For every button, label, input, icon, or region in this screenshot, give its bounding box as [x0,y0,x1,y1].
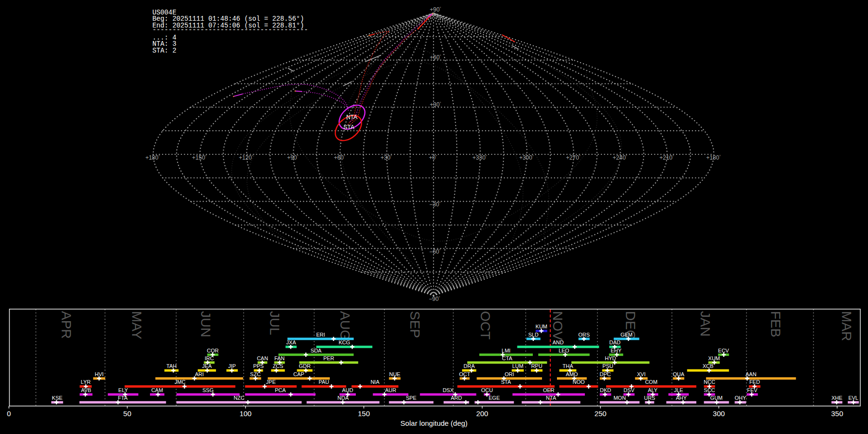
svg-text:STA: 2: STA: 2 [152,47,176,54]
svg-text:URS: URS [644,395,655,401]
svg-text:+210°: +210° [659,154,674,161]
svg-text:ELY: ELY [118,387,128,393]
svg-text:+240°: +240° [613,154,627,161]
svg-text:+330°: +330° [473,154,487,161]
svg-text:AUG: AUG [338,311,353,340]
svg-text:−90°: −90° [429,296,440,302]
svg-text:JIP: JIP [228,363,236,369]
svg-text:300: 300 [713,409,725,418]
svg-text:OHY: OHY [734,395,746,401]
svg-text:JAN: JAN [698,311,713,337]
svg-text:FAN: FAN [274,355,285,361]
svg-text:GUM: GUM [710,395,723,401]
svg-text:Solar longitude (deg): Solar longitude (deg) [400,419,467,427]
svg-text:0: 0 [7,409,11,418]
svg-text:JUN: JUN [198,311,213,337]
svg-text:THA: THA [563,363,574,369]
svg-text:DKD: DKD [600,387,611,393]
svg-text:CAP: CAP [293,371,304,377]
svg-text:GEM: GEM [621,332,633,338]
svg-text:100: 100 [240,409,252,418]
svg-text:AUD: AUD [342,387,353,393]
svg-text:50: 50 [123,409,132,418]
svg-text:+180°: +180° [706,154,720,161]
svg-text:STA: STA [343,124,354,131]
svg-text:OER: OER [543,387,555,393]
svg-text:OCT: OCT [478,311,493,339]
svg-text:APR: APR [59,311,74,339]
svg-text:AUR: AUR [385,387,396,393]
svg-text:HYD: HYD [605,355,616,361]
svg-text:COM: COM [645,379,658,385]
svg-text:CAM: CAM [151,387,163,393]
svg-text:FTA: FTA [118,395,128,401]
svg-text:KSE: KSE [52,395,63,401]
svg-text:NTA: NTA [546,395,556,401]
svg-text:HVI: HVI [95,371,104,377]
svg-text:AAN: AAN [746,371,757,377]
svg-text:200: 200 [476,409,488,418]
svg-text:SDA: SDA [311,348,322,353]
svg-text:MAR: MAR [839,311,854,341]
svg-text:GDR: GDR [299,363,311,369]
svg-text:ORS: ORS [578,332,590,338]
svg-text:EHY: EHY [610,348,622,353]
svg-text:XVI: XVI [637,371,646,377]
svg-text:+30°: +30° [380,154,392,161]
svg-text:XHE: XHE [831,395,842,401]
svg-text:PCA: PCA [275,387,286,393]
svg-text:+60°: +60° [430,54,441,61]
svg-text:ORI: ORI [505,371,515,377]
svg-text:+90°: +90° [287,154,298,161]
svg-text:QUA: QUA [673,371,685,377]
svg-text:ECV: ECV [718,348,729,353]
svg-text:ARI: ARI [195,371,203,377]
svg-text:ERI: ERI [316,332,325,338]
svg-text:AND: AND [553,339,564,345]
svg-text:SPE: SPE [406,395,417,401]
svg-text:NZC: NZC [233,395,244,401]
svg-text:COR: COR [207,348,219,353]
svg-text:ARD: ARD [451,395,462,401]
svg-text:------------------------------: --------------------------------------- [152,27,308,34]
svg-text:CTA: CTA [502,355,513,361]
svg-text:ALY: ALY [648,387,658,393]
svg-text:FEV: FEV [747,387,758,393]
svg-text:EGE: EGE [488,395,500,401]
svg-text:JXA: JXA [286,339,297,345]
svg-text:KCG: KCG [339,339,350,345]
svg-text:DSV: DSV [624,387,635,393]
svg-text:JEA: JEA [202,363,212,369]
svg-text:LUM: LUM [512,363,523,369]
svg-text:NUE: NUE [389,371,400,377]
svg-text:SEP: SEP [407,311,422,338]
svg-text:JMC: JMC [175,379,186,385]
svg-text:KUM: KUM [536,324,547,329]
svg-text:+150°: +150° [192,154,206,161]
svg-text:OCU: OCU [481,387,493,393]
svg-text:FED: FED [749,379,760,385]
svg-text:EVL: EVL [848,395,858,401]
svg-text:PER: PER [323,355,334,361]
svg-text:+30°: +30° [430,101,441,108]
svg-text:SSG: SSG [203,387,214,393]
svg-text:MON: MON [613,395,626,401]
svg-text:AHY: AHY [676,395,687,401]
svg-text:+180°: +180° [145,154,160,161]
svg-text:LEO: LEO [558,348,569,353]
svg-text:JLE: JLE [674,387,683,393]
svg-text:NTA: NTA [346,114,357,121]
svg-text:RPU: RPU [531,363,542,369]
svg-text:+270°: +270° [566,154,581,161]
svg-text:SLD: SLD [528,332,538,338]
svg-text:AMO: AMO [566,371,578,377]
svg-text:TAH: TAH [166,363,176,369]
svg-text:−30°: −30° [429,201,441,208]
svg-text:PSU: PSU [602,363,613,369]
svg-text:+60°: +60° [334,154,345,161]
svg-text:DPC: DPC [599,371,610,377]
svg-text:OCT: OCT [459,371,471,377]
svg-text:ZCS: ZCS [272,363,283,369]
svg-text:LMI: LMI [502,348,510,353]
svg-text:+90°: +90° [430,6,441,13]
